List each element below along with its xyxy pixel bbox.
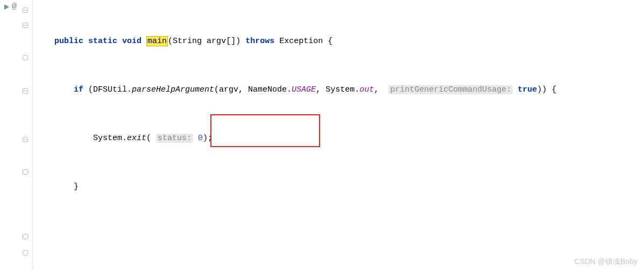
fold-toggle-icon[interactable]	[23, 87, 30, 95]
field-ref: out	[359, 85, 374, 94]
keyword: static	[88, 37, 117, 46]
text: (String argv[])	[168, 37, 245, 46]
param-hint: status:	[156, 134, 193, 143]
brace: }	[74, 182, 79, 191]
code-line[interactable]: if (DFSUtil.parseHelpArgument(argv, Name…	[54, 82, 644, 98]
code-line[interactable]: public static void main(String argv[]) t…	[54, 33, 644, 50]
field-ref: USAGE	[292, 85, 316, 94]
fold-end-icon[interactable]	[23, 249, 30, 257]
text: Exception {	[274, 37, 332, 46]
text: , System.	[316, 85, 359, 94]
param-hint: printGenericCommandUsage:	[388, 85, 513, 94]
text: ,	[374, 85, 388, 94]
svg-rect-9	[23, 170, 28, 175]
keyword: public	[54, 37, 83, 46]
fold-end-icon[interactable]	[23, 233, 30, 240]
code-line[interactable]: System.exit( status: 0);	[54, 130, 644, 147]
watermark: CSDN @镇魂Boby	[574, 257, 638, 267]
svg-rect-4	[23, 56, 28, 60]
keyword: void	[122, 37, 141, 46]
text: )) {	[537, 85, 556, 94]
code-line[interactable]	[54, 227, 644, 244]
fold-end-icon[interactable]	[23, 168, 30, 176]
keyword: throws	[245, 37, 274, 46]
code-area[interactable]: public static void main(String argv[]) t…	[33, 0, 644, 270]
keyword: if	[74, 85, 83, 94]
fold-toggle-icon[interactable]	[23, 6, 30, 14]
svg-rect-11	[23, 251, 28, 255]
text: (	[146, 134, 156, 143]
text: System.	[93, 134, 127, 143]
gutter[interactable]: @	[0, 0, 33, 270]
keyword: true	[518, 85, 537, 94]
text: (argv, NameNode.	[214, 85, 292, 94]
fold-end-icon[interactable]	[23, 54, 30, 61]
svg-rect-10	[23, 234, 28, 239]
fold-toggle-icon[interactable]	[23, 136, 30, 143]
override-marker: @	[12, 2, 17, 11]
text: (DFSUtil.	[83, 85, 132, 94]
method-call: parseHelpArgument	[132, 85, 214, 94]
fold-toggle-icon[interactable]	[23, 22, 30, 29]
method-call: exit	[127, 134, 146, 143]
method-main-highlight: main	[146, 36, 168, 46]
code-editor[interactable]: @ public static void main(String argv[])…	[0, 0, 644, 270]
run-gutter-icon[interactable]: @	[3, 2, 17, 11]
number: 0	[198, 134, 203, 143]
text: );	[203, 134, 213, 143]
code-line[interactable]: }	[54, 179, 644, 195]
